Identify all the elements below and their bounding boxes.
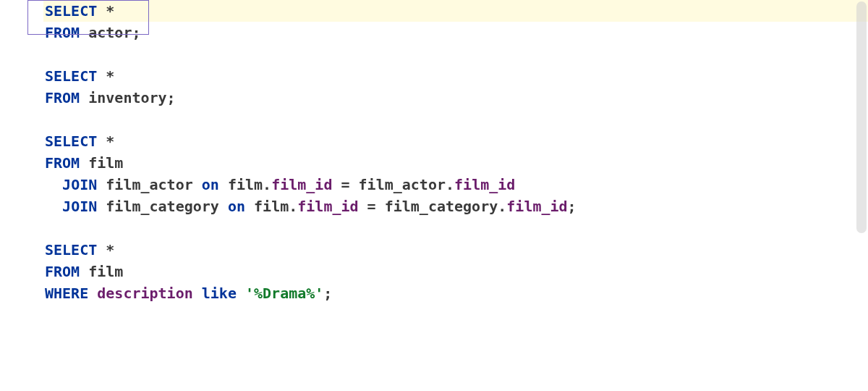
token-punct: ; xyxy=(568,198,576,215)
token-ident: film xyxy=(228,176,263,193)
token-punct: ; xyxy=(167,89,176,106)
token-star: * xyxy=(106,241,114,258)
token-punct: ; xyxy=(132,24,140,41)
token-col: film_id xyxy=(297,198,358,215)
token-ident: film_category xyxy=(385,198,498,215)
token-col: description xyxy=(97,285,192,302)
token-ident: inventory xyxy=(88,89,166,106)
token-ident: film xyxy=(254,198,289,215)
token-kw2: like xyxy=(202,285,237,302)
token-star: * xyxy=(106,133,114,150)
token-kw: JOIN xyxy=(62,198,97,215)
token-kw: FROM xyxy=(45,263,80,280)
token-kw2: on xyxy=(202,176,219,193)
token-punct: . xyxy=(289,198,297,215)
token-kw2: on xyxy=(228,198,245,215)
code-area[interactable]: SELECT *FROM actor;SELECT *FROM inventor… xyxy=(43,0,868,391)
code-line[interactable] xyxy=(43,43,868,65)
token-kw: SELECT xyxy=(45,241,97,258)
code-line[interactable]: JOIN film_actor on film.film_id = film_a… xyxy=(43,174,868,196)
code-line[interactable]: FROM film xyxy=(43,261,868,282)
token-ident: film xyxy=(88,154,123,172)
code-line[interactable]: JOIN film_category on film.film_id = fil… xyxy=(43,196,868,217)
token-kw: SELECT xyxy=(45,67,97,85)
code-line[interactable]: FROM actor; xyxy=(43,22,868,43)
token-punct: ; xyxy=(323,285,332,302)
token-kw: SELECT xyxy=(45,2,97,20)
token-ident: actor xyxy=(88,24,132,41)
token-ident: film_category xyxy=(106,198,219,215)
code-line[interactable]: WHERE description like '%Drama%'; xyxy=(43,282,868,304)
token-ident: film_actor xyxy=(359,176,446,193)
token-op: = xyxy=(341,176,349,193)
code-line[interactable]: SELECT * xyxy=(43,65,868,87)
token-star: * xyxy=(106,67,114,85)
token-col: film_id xyxy=(506,198,567,215)
token-punct: . xyxy=(446,176,454,193)
sql-editor[interactable]: SELECT *FROM actor;SELECT *FROM inventor… xyxy=(0,0,868,391)
token-kw: WHERE xyxy=(45,285,88,302)
token-punct: . xyxy=(498,198,506,215)
code-line[interactable] xyxy=(43,109,868,130)
gutter xyxy=(0,0,43,391)
token-kw: SELECT xyxy=(45,133,97,150)
token-kw: FROM xyxy=(45,154,80,172)
token-star: * xyxy=(106,2,114,20)
token-ident: film_actor xyxy=(106,176,192,193)
token-ident: film xyxy=(88,263,123,280)
token-str: '%Drama%' xyxy=(245,285,323,302)
code-line[interactable]: SELECT * xyxy=(43,0,868,22)
code-line[interactable] xyxy=(43,217,868,239)
token-col: film_id xyxy=(454,176,515,193)
code-line[interactable]: FROM film xyxy=(43,152,868,174)
token-kw: FROM xyxy=(45,24,80,41)
token-col: film_id xyxy=(271,176,332,193)
token-op: = xyxy=(367,198,376,215)
token-kw: JOIN xyxy=(62,176,97,193)
code-line[interactable]: FROM inventory; xyxy=(43,87,868,109)
code-line[interactable]: SELECT * xyxy=(43,130,868,152)
token-kw: FROM xyxy=(45,89,80,106)
vertical-scrollbar[interactable] xyxy=(856,1,867,233)
code-line[interactable]: SELECT * xyxy=(43,239,868,261)
token-punct: . xyxy=(263,176,271,193)
